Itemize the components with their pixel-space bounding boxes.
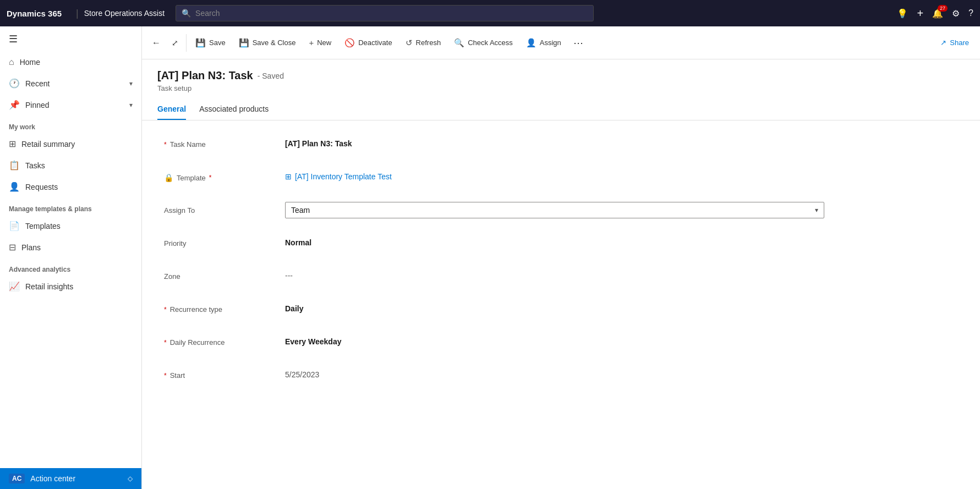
sidebar-item-recent[interactable]: 🕐 Recent ▾ [0, 73, 141, 94]
check-access-button[interactable]: 🔍 Check Access [447, 26, 519, 59]
sidebar-item-retail-insights[interactable]: 📈 Retail insights [0, 276, 141, 297]
tab-general[interactable]: General [157, 99, 186, 120]
pinned-icon: 📌 [9, 100, 20, 110]
share-icon: ↗ [940, 39, 946, 47]
zone-label: Zone [164, 268, 285, 281]
deactivate-label: Deactivate [358, 39, 392, 47]
form-body: * Task Name [AT] Plan N3: Task 🔒 Templat… [142, 120, 980, 415]
priority-label: Priority [164, 235, 285, 248]
brand-name: Dynamics 365 [7, 9, 70, 18]
recurrence-type-value: Daily [285, 301, 958, 313]
sidebar-item-plans[interactable]: ⊟ Plans [0, 237, 141, 258]
assign-button[interactable]: 👤 Assign [519, 26, 568, 59]
deactivate-button[interactable]: 🚫 Deactivate [338, 26, 398, 59]
retail-summary-icon: ⊞ [9, 139, 16, 149]
retail-insights-icon: 📈 [9, 281, 20, 292]
action-center-icon: AC [9, 474, 25, 483]
plans-icon: ⊟ [9, 242, 16, 252]
action-center-label: Action center [30, 474, 75, 483]
new-button[interactable]: + New [302, 26, 338, 59]
priority-row: Priority Normal [164, 235, 958, 255]
lock-icon: 🔒 [164, 173, 173, 182]
app-layout: ☰ ⌂ Home 🕐 Recent ▾ 📌 Pinned ▾ My work ⊞… [0, 26, 980, 489]
sidebar-retail-summary-label: Retail summary [21, 140, 75, 149]
search-bar[interactable]: 🔍 [176, 5, 594, 21]
sidebar-item-action-center[interactable]: AC Action center ◇ [0, 468, 141, 489]
sidebar-item-home[interactable]: ⌂ Home [0, 52, 141, 73]
tab-associated-products[interactable]: Associated products [199, 99, 269, 120]
new-label: New [317, 39, 331, 47]
share-button[interactable]: ↗ Share [934, 35, 976, 50]
task-name-required: * [164, 141, 167, 149]
assign-to-row: Assign To Team ▾ [164, 202, 958, 222]
lightbulb-icon[interactable]: 💡 [897, 8, 908, 19]
sidebar-retail-insights-label: Retail insights [25, 282, 73, 291]
daily-recurrence-label: * Daily Recurrence [164, 334, 285, 347]
section-mywork: My work [0, 116, 141, 133]
assign-to-dropdown[interactable]: Team ▾ [285, 202, 824, 218]
save-icon: 💾 [195, 38, 206, 48]
template-row: 🔒 Template * ⊞ [AT] Inventory Template T… [164, 169, 958, 189]
template-label: 🔒 Template * [164, 169, 285, 182]
zone-row: Zone --- [164, 268, 958, 288]
assign-to-label: Assign To [164, 202, 285, 215]
start-required: * [164, 372, 167, 380]
chevron-down-icon: ▾ [129, 80, 133, 87]
recent-icon: 🕐 [9, 78, 20, 89]
refresh-icon: ↺ [406, 38, 413, 48]
sidebar: ☰ ⌂ Home 🕐 Recent ▾ 📌 Pinned ▾ My work ⊞… [0, 26, 142, 489]
form-header: [AT] Plan N3: Task - Saved Task setup [142, 59, 980, 92]
start-value: 5/25/2023 [285, 367, 958, 379]
sidebar-recent-label: Recent [25, 79, 50, 88]
recurrence-type-required: * [164, 306, 167, 314]
home-icon: ⌂ [9, 57, 14, 67]
top-navigation: Dynamics 365 | Store Operations Assist 🔍… [0, 0, 980, 26]
task-name-label: * Task Name [164, 136, 285, 149]
sidebar-pinned-label: Pinned [25, 101, 50, 109]
task-name-value: [AT] Plan N3: Task [285, 136, 958, 148]
task-name-row: * Task Name [AT] Plan N3: Task [164, 136, 958, 156]
form-title-text: [AT] Plan N3: Task [157, 69, 253, 82]
save-close-icon: 💾 [239, 38, 249, 48]
expand-button[interactable]: ⤢ [166, 34, 184, 52]
toolbar-separator-1 [186, 34, 187, 52]
save-label: Save [209, 39, 226, 47]
template-link-icon: ⊞ [285, 172, 292, 181]
main-content: ← ⤢ 💾 Save 💾 Save & Close + New 🚫 Deacti… [142, 26, 980, 489]
plus-icon[interactable]: + [917, 7, 923, 20]
help-icon[interactable]: ? [968, 8, 973, 18]
check-access-icon: 🔍 [454, 38, 464, 48]
share-label: Share [950, 39, 969, 47]
save-close-button[interactable]: 💾 Save & Close [232, 26, 303, 59]
sidebar-item-requests[interactable]: 👤 Requests [0, 176, 141, 197]
section-analytics: Advanced analytics [0, 258, 141, 276]
sidebar-item-pinned[interactable]: 📌 Pinned ▾ [0, 94, 141, 116]
notification-icon[interactable]: 🔔 27 [932, 8, 943, 19]
refresh-label: Refresh [416, 39, 441, 47]
zone-value: --- [285, 268, 958, 280]
refresh-button[interactable]: ↺ Refresh [399, 26, 448, 59]
assign-to-field-container: Team ▾ [285, 202, 824, 218]
form-subtitle: Task setup [157, 84, 965, 92]
sidebar-item-templates[interactable]: 📄 Templates [0, 215, 141, 237]
daily-recurrence-row: * Daily Recurrence Every Weekday [164, 334, 958, 354]
start-label: * Start [164, 367, 285, 380]
sidebar-item-retail-summary[interactable]: ⊞ Retail summary [0, 133, 141, 155]
recurrence-type-label: * Recurrence type [164, 301, 285, 314]
sidebar-home-label: Home [20, 58, 40, 67]
save-close-label: Save & Close [253, 39, 296, 47]
sidebar-item-tasks[interactable]: 📋 Tasks [0, 155, 141, 176]
assign-to-chevron-icon: ▾ [815, 206, 818, 214]
save-button[interactable]: 💾 Save [189, 26, 232, 59]
section-manage: Manage templates & plans [0, 197, 141, 215]
search-input[interactable] [195, 9, 588, 18]
hamburger-menu[interactable]: ☰ [0, 26, 141, 52]
back-button[interactable]: ← [146, 34, 166, 52]
template-value[interactable]: ⊞ [AT] Inventory Template Test [285, 169, 958, 181]
settings-icon[interactable]: ⚙ [952, 8, 960, 19]
form-area: [AT] Plan N3: Task - Saved Task setup Ge… [142, 59, 980, 489]
sidebar-plans-label: Plans [21, 243, 41, 252]
more-options-button[interactable]: ⋯ [568, 34, 589, 52]
check-access-label: Check Access [468, 39, 513, 47]
daily-recurrence-required: * [164, 339, 167, 347]
